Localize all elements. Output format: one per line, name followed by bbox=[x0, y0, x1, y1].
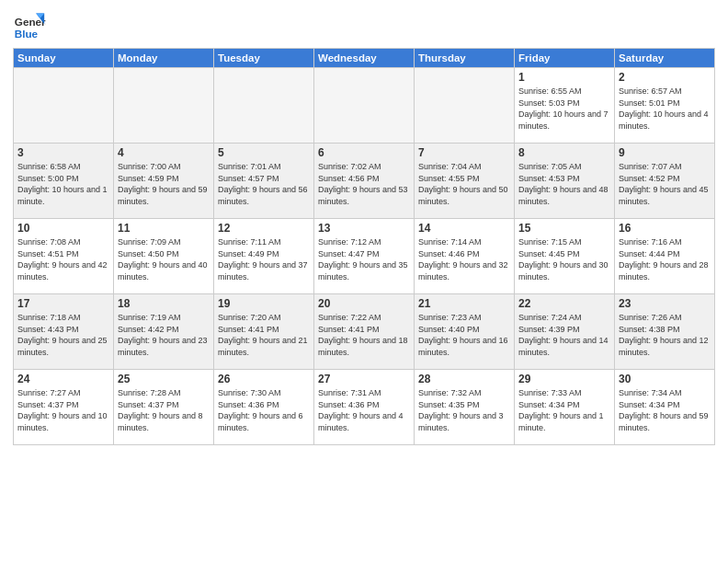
calendar-cell: 22Sunrise: 7:24 AM Sunset: 4:39 PM Dayli… bbox=[515, 294, 615, 370]
calendar-cell: 16Sunrise: 7:16 AM Sunset: 4:44 PM Dayli… bbox=[615, 219, 715, 294]
calendar-cell bbox=[415, 68, 515, 144]
header: General Blue bbox=[13, 9, 715, 42]
day-info: Sunrise: 7:22 AM Sunset: 4:41 PM Dayligh… bbox=[318, 312, 410, 358]
day-number: 6 bbox=[318, 146, 410, 159]
calendar-cell: 7Sunrise: 7:04 AM Sunset: 4:55 PM Daylig… bbox=[415, 144, 515, 219]
day-number: 28 bbox=[418, 373, 510, 385]
day-info: Sunrise: 6:57 AM Sunset: 5:01 PM Dayligh… bbox=[619, 86, 711, 132]
calendar-week-row: 24Sunrise: 7:27 AM Sunset: 4:37 PM Dayli… bbox=[14, 370, 715, 445]
calendar-cell: 24Sunrise: 7:27 AM Sunset: 4:37 PM Dayli… bbox=[14, 370, 114, 445]
day-number: 19 bbox=[218, 297, 310, 310]
day-info: Sunrise: 7:08 AM Sunset: 4:51 PM Dayligh… bbox=[17, 236, 109, 282]
day-info: Sunrise: 7:09 AM Sunset: 4:50 PM Dayligh… bbox=[118, 236, 210, 282]
day-number: 11 bbox=[118, 222, 210, 235]
weekday-header: Thursday bbox=[415, 49, 515, 68]
weekday-header: Monday bbox=[114, 49, 214, 68]
calendar-cell: 15Sunrise: 7:15 AM Sunset: 4:45 PM Dayli… bbox=[515, 219, 615, 294]
day-info: Sunrise: 7:07 AM Sunset: 4:52 PM Dayligh… bbox=[619, 161, 711, 207]
day-number: 18 bbox=[118, 297, 210, 310]
day-number: 4 bbox=[118, 146, 210, 159]
calendar-cell: 9Sunrise: 7:07 AM Sunset: 4:52 PM Daylig… bbox=[615, 144, 715, 219]
day-number: 27 bbox=[318, 373, 410, 385]
calendar-week-row: 17Sunrise: 7:18 AM Sunset: 4:43 PM Dayli… bbox=[14, 294, 715, 370]
calendar-cell: 28Sunrise: 7:32 AM Sunset: 4:35 PM Dayli… bbox=[415, 370, 515, 445]
day-number: 2 bbox=[619, 71, 711, 84]
day-info: Sunrise: 7:34 AM Sunset: 4:34 PM Dayligh… bbox=[619, 387, 711, 433]
day-number: 17 bbox=[17, 297, 109, 310]
calendar-week-row: 10Sunrise: 7:08 AM Sunset: 4:51 PM Dayli… bbox=[14, 219, 715, 294]
day-number: 7 bbox=[418, 146, 510, 159]
day-info: Sunrise: 7:00 AM Sunset: 4:59 PM Dayligh… bbox=[118, 161, 210, 207]
day-info: Sunrise: 7:31 AM Sunset: 4:36 PM Dayligh… bbox=[318, 387, 410, 433]
calendar-cell: 27Sunrise: 7:31 AM Sunset: 4:36 PM Dayli… bbox=[314, 370, 415, 445]
calendar-cell: 29Sunrise: 7:33 AM Sunset: 4:34 PM Dayli… bbox=[515, 370, 615, 445]
svg-text:Blue: Blue bbox=[15, 28, 39, 40]
day-info: Sunrise: 7:16 AM Sunset: 4:44 PM Dayligh… bbox=[619, 236, 711, 282]
weekday-header: Wednesday bbox=[314, 49, 415, 68]
day-number: 24 bbox=[17, 373, 109, 385]
page: General Blue SundayMondayTuesdayWednesda… bbox=[0, 0, 728, 563]
calendar-cell: 23Sunrise: 7:26 AM Sunset: 4:38 PM Dayli… bbox=[615, 294, 715, 370]
calendar-cell: 21Sunrise: 7:23 AM Sunset: 4:40 PM Dayli… bbox=[415, 294, 515, 370]
calendar-cell: 3Sunrise: 6:58 AM Sunset: 5:00 PM Daylig… bbox=[14, 144, 114, 219]
day-info: Sunrise: 7:27 AM Sunset: 4:37 PM Dayligh… bbox=[17, 387, 109, 433]
calendar-cell: 8Sunrise: 7:05 AM Sunset: 4:53 PM Daylig… bbox=[515, 144, 615, 219]
day-number: 3 bbox=[17, 146, 109, 159]
day-number: 20 bbox=[318, 297, 410, 310]
day-number: 15 bbox=[518, 222, 610, 235]
day-info: Sunrise: 7:01 AM Sunset: 4:57 PM Dayligh… bbox=[218, 161, 310, 207]
day-info: Sunrise: 7:14 AM Sunset: 4:46 PM Dayligh… bbox=[418, 236, 510, 282]
calendar-cell: 12Sunrise: 7:11 AM Sunset: 4:49 PM Dayli… bbox=[214, 219, 314, 294]
day-info: Sunrise: 7:19 AM Sunset: 4:42 PM Dayligh… bbox=[118, 312, 210, 358]
day-number: 14 bbox=[418, 222, 510, 235]
calendar-cell bbox=[214, 68, 314, 144]
day-info: Sunrise: 7:33 AM Sunset: 4:34 PM Dayligh… bbox=[518, 387, 610, 433]
calendar-cell: 14Sunrise: 7:14 AM Sunset: 4:46 PM Dayli… bbox=[415, 219, 515, 294]
day-number: 5 bbox=[218, 146, 310, 159]
day-info: Sunrise: 6:55 AM Sunset: 5:03 PM Dayligh… bbox=[518, 86, 610, 132]
day-info: Sunrise: 7:05 AM Sunset: 4:53 PM Dayligh… bbox=[518, 161, 610, 207]
calendar-cell: 10Sunrise: 7:08 AM Sunset: 4:51 PM Dayli… bbox=[14, 219, 114, 294]
day-info: Sunrise: 7:32 AM Sunset: 4:35 PM Dayligh… bbox=[418, 387, 510, 433]
day-number: 9 bbox=[619, 146, 711, 159]
day-number: 26 bbox=[218, 373, 310, 385]
calendar-cell: 2Sunrise: 6:57 AM Sunset: 5:01 PM Daylig… bbox=[615, 68, 715, 144]
day-info: Sunrise: 7:24 AM Sunset: 4:39 PM Dayligh… bbox=[518, 312, 610, 358]
calendar-cell: 18Sunrise: 7:19 AM Sunset: 4:42 PM Dayli… bbox=[114, 294, 214, 370]
day-info: Sunrise: 7:11 AM Sunset: 4:49 PM Dayligh… bbox=[218, 236, 310, 282]
day-info: Sunrise: 7:12 AM Sunset: 4:47 PM Dayligh… bbox=[318, 236, 410, 282]
day-number: 16 bbox=[619, 222, 711, 235]
calendar-cell: 25Sunrise: 7:28 AM Sunset: 4:37 PM Dayli… bbox=[114, 370, 214, 445]
calendar-cell: 6Sunrise: 7:02 AM Sunset: 4:56 PM Daylig… bbox=[314, 144, 415, 219]
calendar-cell: 1Sunrise: 6:55 AM Sunset: 5:03 PM Daylig… bbox=[515, 68, 615, 144]
calendar-cell: 4Sunrise: 7:00 AM Sunset: 4:59 PM Daylig… bbox=[114, 144, 214, 219]
logo-icon: General Blue bbox=[13, 9, 46, 42]
calendar-cell: 26Sunrise: 7:30 AM Sunset: 4:36 PM Dayli… bbox=[214, 370, 314, 445]
logo: General Blue bbox=[13, 9, 46, 42]
day-info: Sunrise: 7:02 AM Sunset: 4:56 PM Dayligh… bbox=[318, 161, 410, 207]
day-number: 1 bbox=[518, 71, 610, 84]
weekday-header: Saturday bbox=[615, 49, 715, 68]
weekday-header: Tuesday bbox=[214, 49, 314, 68]
day-number: 21 bbox=[418, 297, 510, 310]
calendar-cell: 30Sunrise: 7:34 AM Sunset: 4:34 PM Dayli… bbox=[615, 370, 715, 445]
calendar-cell bbox=[314, 68, 415, 144]
day-info: Sunrise: 7:28 AM Sunset: 4:37 PM Dayligh… bbox=[118, 387, 210, 433]
day-number: 23 bbox=[619, 297, 711, 310]
calendar-cell: 19Sunrise: 7:20 AM Sunset: 4:41 PM Dayli… bbox=[214, 294, 314, 370]
calendar-table: SundayMondayTuesdayWednesdayThursdayFrid… bbox=[13, 48, 715, 445]
day-info: Sunrise: 7:26 AM Sunset: 4:38 PM Dayligh… bbox=[619, 312, 711, 358]
day-info: Sunrise: 7:23 AM Sunset: 4:40 PM Dayligh… bbox=[418, 312, 510, 358]
day-info: Sunrise: 7:30 AM Sunset: 4:36 PM Dayligh… bbox=[218, 387, 310, 433]
day-number: 8 bbox=[518, 146, 610, 159]
day-number: 30 bbox=[619, 373, 711, 385]
calendar-cell bbox=[14, 68, 114, 144]
calendar-cell: 5Sunrise: 7:01 AM Sunset: 4:57 PM Daylig… bbox=[214, 144, 314, 219]
calendar-cell: 20Sunrise: 7:22 AM Sunset: 4:41 PM Dayli… bbox=[314, 294, 415, 370]
day-number: 10 bbox=[17, 222, 109, 235]
calendar-header-row: SundayMondayTuesdayWednesdayThursdayFrid… bbox=[14, 49, 715, 68]
day-number: 12 bbox=[218, 222, 310, 235]
day-number: 25 bbox=[118, 373, 210, 385]
day-info: Sunrise: 7:15 AM Sunset: 4:45 PM Dayligh… bbox=[518, 236, 610, 282]
day-number: 13 bbox=[318, 222, 410, 235]
